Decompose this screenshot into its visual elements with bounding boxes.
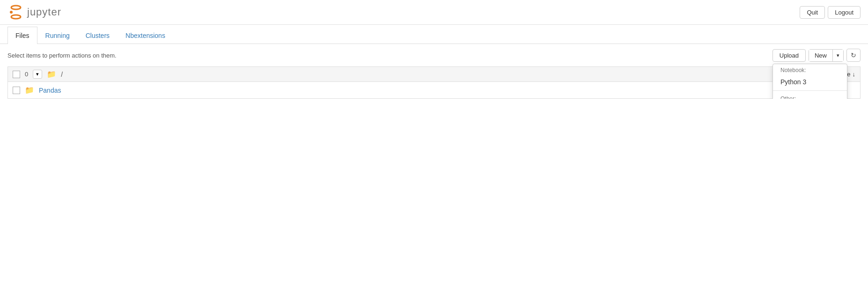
python3-option[interactable]: Python 3 xyxy=(773,75,847,88)
logo: jupyter xyxy=(7,4,61,21)
svg-point-2 xyxy=(10,11,13,14)
svg-point-0 xyxy=(11,6,21,9)
sort-arrow-icon: ↓ xyxy=(853,71,856,78)
tab-files[interactable]: Files xyxy=(7,27,37,44)
breadcrumb: / xyxy=(61,71,63,78)
toolbar: Select items to perform actions on them.… xyxy=(0,44,868,66)
new-button-caret[interactable]: ▾ xyxy=(833,50,843,61)
new-dropdown-menu: Notebook: Python 3 Other: Text File Fold… xyxy=(772,64,847,99)
file-list-container: 0 ▾ 📁 / Name ↓ 📁 Pandas xyxy=(0,66,868,99)
file-count: 0 xyxy=(25,71,28,78)
logout-button[interactable]: Logout xyxy=(828,6,861,19)
file-checkbox[interactable] xyxy=(13,87,20,94)
file-name-link[interactable]: Pandas xyxy=(39,87,61,94)
dropdown-divider xyxy=(773,90,847,91)
refresh-button[interactable]: ↻ xyxy=(846,49,861,62)
tab-nbextensions[interactable]: Nbextensions xyxy=(118,27,173,44)
toolbar-right: Upload New ▾ ↻ Notebook: Python 3 Other:… xyxy=(772,49,861,62)
quit-button[interactable]: Quit xyxy=(800,6,825,19)
other-section-label: Other: xyxy=(773,93,847,99)
tabs-bar: Files Running Clusters Nbextensions xyxy=(0,27,868,44)
table-row: 📁 Pandas xyxy=(8,82,860,98)
notebook-section-label: Notebook: xyxy=(773,64,847,75)
header: jupyter Quit Logout xyxy=(0,0,868,25)
jupyter-logo-icon xyxy=(7,4,24,21)
select-hint: Select items to perform actions on them. xyxy=(7,52,117,59)
file-list-body: 📁 Pandas xyxy=(7,82,861,99)
svg-point-1 xyxy=(11,15,21,19)
folder-icon: 📁 xyxy=(25,86,34,95)
tab-running[interactable]: Running xyxy=(37,27,78,44)
new-button-main[interactable]: New xyxy=(809,50,833,61)
header-buttons: Quit Logout xyxy=(800,6,861,19)
folder-icon: 📁 xyxy=(47,70,56,79)
logo-text: jupyter xyxy=(27,6,61,18)
file-list-header: 0 ▾ 📁 / Name ↓ xyxy=(7,66,861,82)
new-button-group: New ▾ xyxy=(809,49,844,62)
select-all-checkbox[interactable] xyxy=(13,71,20,78)
upload-button[interactable]: Upload xyxy=(772,49,806,62)
tab-clusters[interactable]: Clusters xyxy=(78,27,118,44)
sort-caret-button[interactable]: ▾ xyxy=(33,70,42,79)
